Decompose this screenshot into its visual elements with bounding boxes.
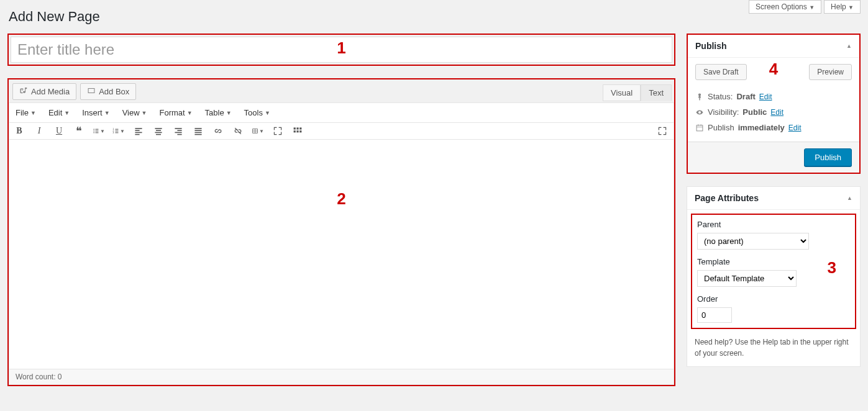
svg-rect-12: [115, 132, 118, 133]
add-box-label: Add Box: [99, 87, 129, 96]
caret-down-icon: ▼: [30, 110, 36, 116]
toggle-icon[interactable]: ▲: [847, 195, 852, 201]
svg-rect-16: [135, 134, 139, 135]
menu-format[interactable]: Format▼: [158, 106, 194, 120]
svg-rect-37: [296, 130, 298, 132]
template-label: Template: [697, 257, 850, 266]
distraction-free-button[interactable]: [656, 125, 669, 137]
blockquote-button[interactable]: ❝: [73, 125, 85, 137]
edit-status-link[interactable]: Edit: [759, 93, 772, 101]
edit-schedule-link[interactable]: Edit: [788, 124, 802, 132]
menu-table[interactable]: Table▼: [204, 106, 233, 120]
box-icon: [87, 86, 96, 97]
schedule-label: Publish: [708, 123, 734, 132]
menu-file[interactable]: File▼: [14, 106, 37, 120]
align-left-button[interactable]: [132, 125, 145, 137]
underline-button[interactable]: U: [53, 125, 65, 137]
screen-options-button[interactable]: Screen Options ▼: [749, 0, 821, 14]
camera-music-icon: [19, 86, 28, 97]
add-box-button[interactable]: Add Box: [80, 83, 136, 100]
caret-down-icon: ▼: [100, 129, 105, 134]
edit-visibility-link[interactable]: Edit: [770, 108, 783, 117]
align-center-button[interactable]: [152, 125, 165, 137]
menu-edit[interactable]: Edit▼: [47, 106, 71, 120]
tab-text[interactable]: Text: [641, 84, 672, 101]
media-toolbar: Add Media Add Box Visual Text: [9, 79, 674, 102]
toolbar-toggle-button[interactable]: [291, 125, 304, 137]
number-list-button[interactable]: 123▼: [112, 125, 125, 137]
editor-content-area[interactable]: 2: [9, 140, 674, 369]
svg-rect-23: [175, 132, 181, 133]
svg-rect-25: [194, 128, 201, 129]
svg-rect-28: [194, 134, 201, 135]
unlink-button[interactable]: [232, 125, 244, 137]
page-attributes-postbox: Page Attributes ▲ 3 Parent (no parent) T…: [687, 186, 861, 367]
status-value: Draft: [736, 92, 755, 101]
caret-down-icon: ▼: [259, 129, 264, 134]
publish-button[interactable]: Publish: [804, 148, 852, 166]
visibility-value: Public: [742, 107, 767, 117]
toggle-icon[interactable]: ▲: [846, 43, 852, 49]
svg-rect-6: [95, 132, 98, 133]
svg-rect-21: [175, 128, 181, 129]
preview-button[interactable]: Preview: [809, 64, 852, 80]
caret-down-icon: ▼: [64, 110, 70, 116]
order-label: Order: [697, 294, 850, 304]
svg-rect-14: [135, 130, 139, 131]
publish-heading: Publish ▲: [688, 35, 859, 58]
template-select[interactable]: Default Template: [697, 270, 797, 287]
parent-select[interactable]: (no parent): [697, 233, 809, 250]
svg-rect-19: [155, 132, 162, 133]
link-button[interactable]: [212, 125, 224, 137]
annotation-2: 2: [337, 189, 345, 209]
svg-rect-2: [95, 129, 98, 130]
caret-down-icon: ▼: [104, 110, 110, 116]
editor-toolbar: B I U ❝ ▼ 123▼ ▼: [9, 122, 674, 140]
bullet-list-button[interactable]: ▼: [93, 125, 105, 137]
svg-rect-0: [88, 89, 94, 93]
attributes-help-text: Need help? Use the Help tab in the upper…: [687, 333, 860, 366]
fullscreen-button[interactable]: [272, 125, 284, 137]
align-right-button[interactable]: [172, 125, 185, 137]
publish-postbox: 4 Publish ▲ Save Draft Preview Status: D…: [687, 34, 861, 174]
editor-status-bar: Word count: 0: [9, 369, 674, 385]
editor-section: Add Media Add Box Visual Text File▼ Edit…: [7, 78, 675, 386]
svg-rect-13: [135, 128, 142, 129]
caret-down-icon: ▼: [265, 110, 270, 116]
caret-down-icon: ▼: [226, 110, 232, 116]
menu-view[interactable]: View▼: [121, 106, 148, 120]
caret-down-icon: ▼: [142, 110, 147, 116]
screen-options-label: Screen Options: [756, 2, 807, 11]
svg-rect-18: [156, 130, 161, 131]
tab-visual[interactable]: Visual: [603, 84, 641, 101]
svg-rect-24: [177, 134, 181, 135]
menu-tools[interactable]: Tools▼: [243, 106, 272, 120]
svg-point-1: [93, 129, 94, 130]
status-label: Status:: [708, 92, 733, 101]
bold-button[interactable]: B: [13, 125, 25, 137]
save-draft-button[interactable]: Save Draft: [695, 64, 747, 80]
attributes-fields: 3 Parent (no parent) Template Default Te…: [691, 214, 856, 329]
calendar-icon: [695, 124, 704, 132]
page-title: Add New Page: [0, 0, 868, 29]
svg-rect-20: [156, 134, 161, 135]
align-justify-button[interactable]: [192, 125, 204, 137]
add-media-button[interactable]: Add Media: [12, 83, 76, 100]
visibility-label: Visibility:: [708, 107, 739, 117]
pin-icon: [695, 93, 704, 101]
help-label: Help: [831, 2, 846, 11]
help-button[interactable]: Help ▼: [824, 0, 861, 14]
svg-rect-8: [115, 129, 118, 130]
title-section: 1: [7, 34, 675, 66]
order-input[interactable]: [697, 307, 732, 323]
table-button[interactable]: ▼: [252, 125, 264, 137]
caret-down-icon: ▼: [120, 129, 125, 134]
svg-rect-10: [115, 130, 118, 131]
svg-rect-38: [299, 130, 301, 132]
menu-insert[interactable]: Insert▼: [81, 106, 111, 120]
title-input[interactable]: [11, 37, 672, 63]
italic-button[interactable]: I: [33, 125, 45, 137]
svg-rect-35: [299, 127, 301, 129]
add-media-label: Add Media: [31, 87, 70, 96]
schedule-value: immediately: [738, 123, 785, 132]
